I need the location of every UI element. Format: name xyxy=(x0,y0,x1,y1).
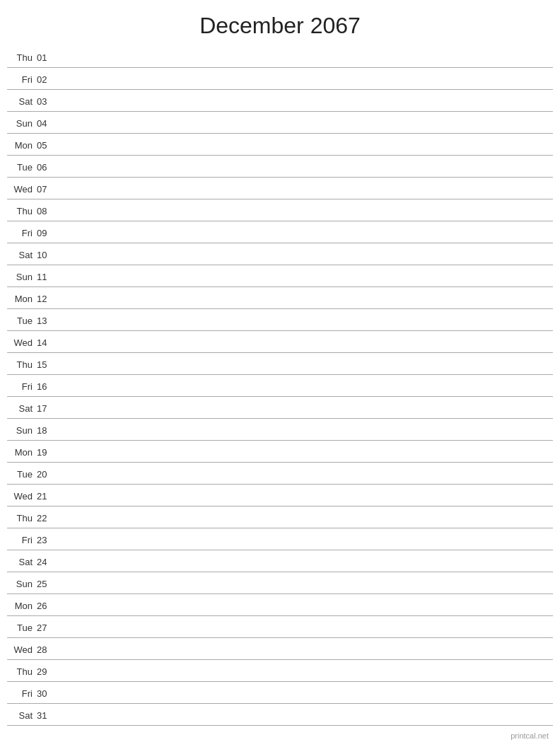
day-name: Thu xyxy=(7,359,37,370)
day-line xyxy=(57,123,553,124)
calendar-container: Thu01Fri02Sat03Sun04Mon05Tue06Wed07Thu08… xyxy=(0,46,560,726)
day-line xyxy=(57,540,553,540)
day-name: Sat xyxy=(7,96,37,107)
day-row: Wed14 xyxy=(7,331,553,353)
day-row: Sat10 xyxy=(7,243,553,265)
day-line xyxy=(57,211,553,212)
day-number: 11 xyxy=(37,272,57,282)
day-number: 16 xyxy=(37,381,57,392)
day-number: 03 xyxy=(37,96,57,107)
day-line xyxy=(57,386,553,387)
day-number: 30 xyxy=(37,688,57,699)
day-number: 29 xyxy=(37,666,57,677)
day-row: Fri09 xyxy=(7,221,553,243)
day-number: 19 xyxy=(37,447,57,458)
day-line xyxy=(57,715,553,716)
day-name: Sun xyxy=(7,579,37,589)
day-row: Wed07 xyxy=(7,178,553,199)
day-row: Thu29 xyxy=(7,660,553,682)
day-number: 08 xyxy=(37,206,57,216)
day-row: Tue27 xyxy=(7,616,553,638)
day-line xyxy=(57,277,553,277)
day-number: 23 xyxy=(37,535,57,545)
day-number: 22 xyxy=(37,513,57,523)
day-number: 21 xyxy=(37,491,57,502)
day-number: 28 xyxy=(37,644,57,655)
day-row: Sun18 xyxy=(7,419,553,441)
day-name: Sat xyxy=(7,403,37,414)
day-name: Fri xyxy=(7,535,37,545)
day-number: 12 xyxy=(37,294,57,304)
day-line xyxy=(57,233,553,233)
day-name: Wed xyxy=(7,491,37,502)
day-row: Sun11 xyxy=(7,265,553,287)
day-name: Fri xyxy=(7,228,37,238)
day-name: Tue xyxy=(7,622,37,633)
day-line xyxy=(57,693,553,694)
day-line xyxy=(57,57,553,58)
day-name: Mon xyxy=(7,294,37,304)
day-line xyxy=(57,627,553,628)
day-name: Sat xyxy=(7,250,37,260)
day-name: Fri xyxy=(7,74,37,85)
page-title: December 2067 xyxy=(0,0,560,46)
day-line xyxy=(57,671,553,672)
day-line xyxy=(57,145,553,146)
day-name: Fri xyxy=(7,688,37,699)
day-line xyxy=(57,364,553,365)
day-name: Fri xyxy=(7,381,37,392)
day-name: Sun xyxy=(7,118,37,129)
day-name: Sat xyxy=(7,710,37,721)
day-line xyxy=(57,606,553,606)
day-line xyxy=(57,474,553,475)
day-line xyxy=(57,562,553,562)
day-row: Mon26 xyxy=(7,594,553,616)
day-number: 20 xyxy=(37,469,57,480)
day-row: Thu15 xyxy=(7,353,553,375)
day-row: Sun25 xyxy=(7,572,553,594)
day-line xyxy=(57,320,553,321)
footer-text: printcal.net xyxy=(511,731,549,740)
day-name: Mon xyxy=(7,601,37,611)
day-row: Fri30 xyxy=(7,682,553,704)
day-name: Mon xyxy=(7,140,37,151)
day-number: 05 xyxy=(37,140,57,151)
day-line xyxy=(57,299,553,299)
day-row: Wed21 xyxy=(7,485,553,506)
day-line xyxy=(57,79,553,80)
day-name: Thu xyxy=(7,52,37,63)
day-name: Wed xyxy=(7,337,37,348)
day-name: Thu xyxy=(7,666,37,677)
day-row: Sat17 xyxy=(7,397,553,419)
day-row: Mon05 xyxy=(7,134,553,156)
day-row: Sat24 xyxy=(7,550,553,572)
day-line xyxy=(57,496,553,497)
day-number: 27 xyxy=(37,622,57,633)
day-number: 13 xyxy=(37,315,57,326)
day-name: Mon xyxy=(7,447,37,458)
day-row: Tue20 xyxy=(7,463,553,485)
day-name: Wed xyxy=(7,644,37,655)
day-line xyxy=(57,452,553,453)
day-number: 15 xyxy=(37,359,57,370)
day-line xyxy=(57,584,553,584)
day-line xyxy=(57,255,553,255)
day-number: 18 xyxy=(37,425,57,436)
day-row: Mon12 xyxy=(7,287,553,309)
day-name: Thu xyxy=(7,206,37,216)
day-line xyxy=(57,649,553,650)
day-number: 01 xyxy=(37,52,57,63)
day-row: Mon19 xyxy=(7,441,553,463)
day-number: 10 xyxy=(37,250,57,260)
day-line xyxy=(57,101,553,102)
day-row: Fri16 xyxy=(7,375,553,397)
day-row: Fri23 xyxy=(7,528,553,550)
day-line xyxy=(57,342,553,343)
day-line xyxy=(57,518,553,519)
day-number: 17 xyxy=(37,403,57,414)
day-row: Tue06 xyxy=(7,156,553,178)
day-number: 02 xyxy=(37,74,57,85)
day-name: Tue xyxy=(7,469,37,480)
day-name: Sat xyxy=(7,557,37,567)
day-number: 07 xyxy=(37,184,57,195)
